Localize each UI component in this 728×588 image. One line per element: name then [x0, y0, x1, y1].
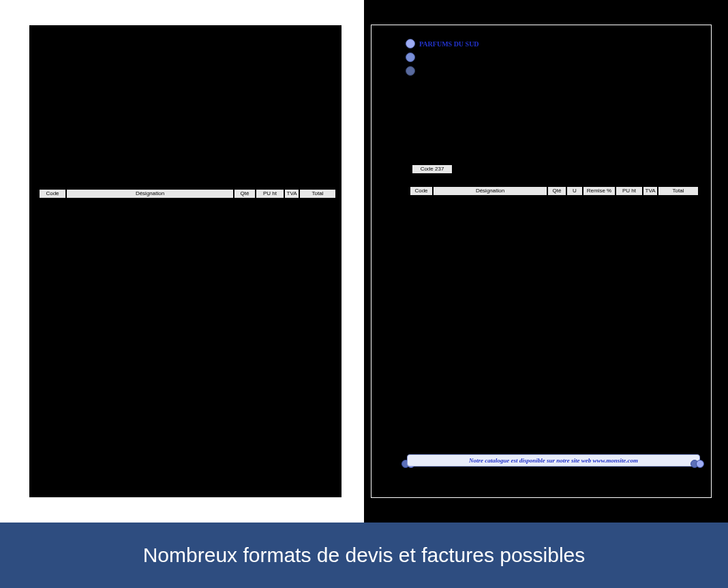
- col-code: Code: [410, 186, 433, 196]
- col-remise: Remise %: [583, 186, 616, 196]
- logo-ball-icon: [406, 66, 415, 76]
- col-puht: PU ht: [616, 186, 643, 196]
- promo-balls-right: [691, 460, 704, 468]
- logo-ball-icon: [406, 53, 415, 62]
- col-puht: PU ht: [256, 189, 284, 199]
- code-box: Code 237: [412, 164, 453, 174]
- right-invoice-doc: PARFUMS DU SUD Code 237 Code Désignation…: [371, 25, 712, 498]
- right-page: PARFUMS DU SUD Code 237 Code Désignation…: [364, 0, 728, 523]
- company-name: PARFUMS DU SUD: [419, 40, 479, 48]
- logo-ball-icon: [406, 39, 415, 48]
- right-table-header: Code Désignation Qté U Remise % PU ht TV…: [410, 186, 699, 196]
- col-tva: TVA: [643, 186, 658, 196]
- documents-area: Code Désignation Qté PU ht TVA Total PAR…: [0, 0, 728, 523]
- logo-row-2: [406, 53, 415, 62]
- footer-caption: Nombreux formats de devis et factures po…: [143, 544, 586, 567]
- promo-banner: Notre catalogue est disponible sur notre…: [407, 454, 700, 467]
- footer-caption-bar: Nombreux formats de devis et factures po…: [0, 523, 728, 588]
- logo-row-1: PARFUMS DU SUD: [406, 39, 479, 48]
- col-designation: Désignation: [433, 186, 547, 196]
- col-total: Total: [299, 189, 336, 199]
- col-code: Code: [39, 189, 66, 199]
- col-qte: Qté: [547, 186, 566, 196]
- ball-icon: [696, 460, 704, 468]
- col-total: Total: [658, 186, 699, 196]
- col-u: U: [566, 186, 583, 196]
- left-page: Code Désignation Qté PU ht TVA Total: [0, 0, 364, 523]
- promo-text: Notre catalogue est disponible sur notre…: [469, 457, 638, 464]
- col-qte: Qté: [234, 189, 256, 199]
- logo-row-3: [406, 66, 415, 76]
- left-invoice-doc: Code Désignation Qté PU ht TVA Total: [29, 25, 342, 498]
- col-tva: TVA: [284, 189, 299, 199]
- left-table-header: Code Désignation Qté PU ht TVA Total: [39, 189, 336, 199]
- col-designation: Désignation: [66, 189, 234, 199]
